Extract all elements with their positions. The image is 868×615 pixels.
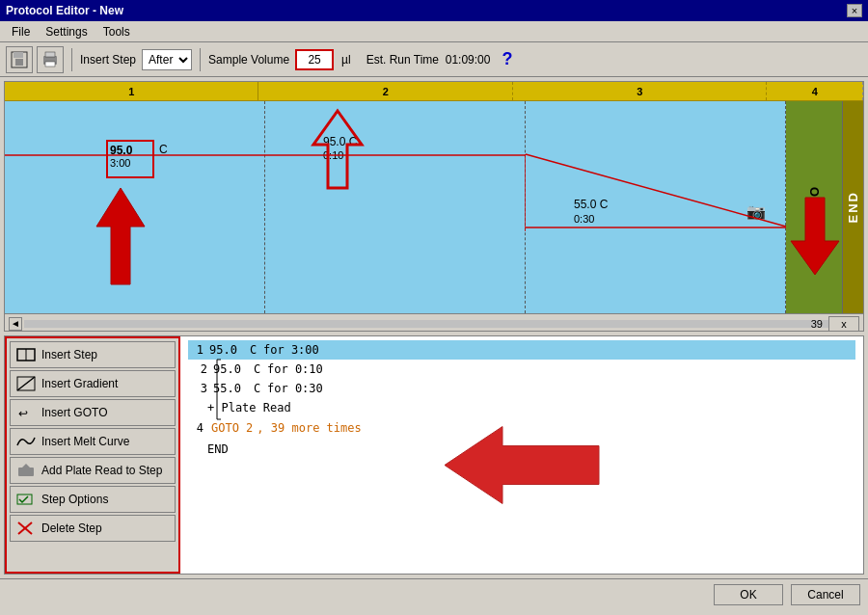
step-options-label: Step Options [41, 493, 108, 506]
step-options-icon [16, 491, 36, 508]
cancel-button[interactable]: Cancel [791, 584, 860, 605]
sample-volume-label: Sample Volume [208, 53, 289, 67]
svg-rect-1 [14, 52, 23, 58]
step1-line [5, 154, 265, 156]
proto-time-2: for 0:10 [267, 362, 323, 376]
svg-line-17 [17, 377, 35, 390]
toolbar-separator [71, 48, 72, 71]
insert-gradient-label: Insert Gradient [41, 377, 118, 390]
proto-row-3[interactable]: 3 55.0 C for 0:30 [188, 379, 855, 398]
col-header-4: 4 [767, 82, 863, 100]
scroll-x-btn[interactable]: x [828, 316, 859, 332]
bottom-area: Insert Step Insert Gradient ↩ Insert GOT… [4, 335, 864, 575]
proto-temp-1: 95.0 [209, 343, 248, 357]
help-button[interactable]: ? [502, 49, 512, 69]
insert-step-label: Insert Step [80, 53, 136, 67]
svg-marker-13 [791, 198, 839, 275]
print-button[interactable] [37, 46, 64, 73]
insert-goto-button[interactable]: ↩ Insert GOTO [10, 399, 176, 426]
scroll-bar: ◄ 39 x [5, 313, 863, 332]
ok-button[interactable]: OK [714, 584, 783, 605]
big-left-arrow [445, 427, 599, 507]
col-header-3: 3 [513, 82, 767, 100]
delete-step-icon [16, 520, 36, 537]
insert-step-select[interactable]: After [142, 49, 192, 70]
add-plate-read-label: Add Plate Read to Step [41, 464, 162, 477]
scroll-track[interactable] [24, 320, 857, 328]
proto-unit-1: C [250, 343, 261, 357]
sample-volume-unit: µl [341, 53, 351, 67]
scroll-number: 39 [811, 318, 823, 330]
close-button[interactable]: × [847, 4, 862, 17]
insert-goto-label: Insert GOTO [41, 406, 107, 419]
proto-unit-2: C [254, 362, 265, 376]
est-runtime-label: Est. Run Time 01:09:00 [366, 53, 491, 67]
svg-rect-19 [18, 468, 34, 476]
window-title: Protocol Editor - New [6, 4, 123, 17]
proto-time-3: for 0:30 [267, 382, 323, 395]
proto-num-1: 1 [188, 343, 203, 357]
svg-marker-27 [445, 427, 599, 504]
proto-time-1: for 3:00 [263, 343, 319, 357]
menu-file[interactable]: File [4, 23, 38, 40]
svg-line-12 [526, 154, 786, 227]
proto-unit-3: C [254, 382, 265, 395]
insert-goto-icon: ↩ [16, 404, 36, 421]
toolbar: Insert Step After Sample Volume 25 µl Es… [0, 42, 868, 77]
graph-area: 1 2 3 4 95.0 3:00 C 95.0 C [4, 81, 864, 332]
insert-step-icon [16, 346, 36, 363]
proto-row-plate: + Plate Read [188, 398, 855, 417]
bottom-bar: OK Cancel [0, 578, 868, 609]
col-header-2: 2 [258, 82, 512, 100]
svg-marker-6 [96, 188, 145, 284]
bracket-group: 2 95.0 C for 0:10 3 55.0 C for 0:30 + Pl… [188, 360, 855, 417]
left-panel: Insert Step Insert Gradient ↩ Insert GOT… [5, 336, 180, 574]
step1-temp-box: 95.0 3:00 [106, 140, 154, 178]
menu-settings[interactable]: Settings [38, 23, 95, 40]
end-col: END [842, 101, 863, 313]
scroll-left[interactable]: ◄ [9, 317, 22, 331]
graph-col-3: 55.0 C 0:30 📷 [526, 101, 786, 313]
insert-step-button[interactable]: Insert Step [10, 341, 176, 368]
svg-rect-2 [15, 59, 23, 66]
end-label: END [846, 191, 860, 223]
title-bar: Protocol Editor - New × [0, 0, 868, 21]
proto-row-1[interactable]: 1 95.0 C for 3:00 [188, 340, 855, 360]
delete-step-label: Delete Step [41, 521, 102, 535]
svg-rect-5 [45, 62, 55, 67]
insert-gradient-icon [16, 375, 36, 392]
graph-col-2: 95.0 C 0:10 [265, 101, 526, 313]
proto-row-2[interactable]: 2 95.0 C for 0:10 [188, 360, 855, 379]
svg-text:↩: ↩ [18, 407, 28, 420]
step1-time: 3:00 [110, 157, 150, 169]
proto-num-3: 3 [192, 382, 207, 395]
step3-diag [526, 154, 786, 231]
toolbar-separator2 [200, 48, 201, 71]
proto-num-4: 4 [188, 421, 203, 435]
insert-melt-curve-label: Insert Melt Curve [41, 435, 129, 448]
svg-rect-4 [45, 52, 55, 57]
step-options-button[interactable]: Step Options [10, 486, 176, 513]
proto-end: END [207, 442, 229, 456]
sample-volume-input[interactable]: 25 [295, 49, 334, 70]
add-plate-read-icon [16, 462, 36, 479]
menu-bar: File Settings Tools [0, 21, 868, 42]
bracket-svg [209, 360, 221, 419]
protocol-list: 1 95.0 C for 3:00 2 95.0 C for 0:10 3 [180, 336, 863, 574]
menu-tools[interactable]: Tools [95, 23, 138, 40]
graph-arrow-up-1 [92, 188, 149, 284]
save-button[interactable] [6, 46, 33, 73]
insert-melt-curve-icon [16, 433, 36, 450]
proto-num-2: 2 [192, 362, 207, 376]
insert-gradient-button[interactable]: Insert Gradient [10, 370, 176, 397]
proto-goto-times: , 39 more times [257, 421, 361, 435]
graph-col-goto: GOTO END [786, 101, 863, 313]
insert-step-label: Insert Step [41, 348, 97, 361]
col-header-1: 1 [5, 82, 258, 100]
step2-diag [265, 154, 526, 231]
add-plate-read-button[interactable]: Add Plate Read to Step [10, 457, 176, 484]
proto-goto: GOTO 2 [211, 421, 253, 435]
delete-step-button[interactable]: Delete Step [10, 515, 176, 542]
svg-marker-20 [22, 464, 30, 468]
insert-melt-curve-button[interactable]: Insert Melt Curve [10, 428, 176, 455]
